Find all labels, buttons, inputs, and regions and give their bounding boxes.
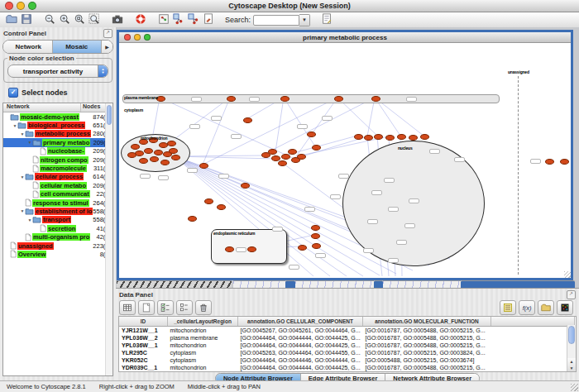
gene-node[interactable] (160, 160, 170, 165)
gene-node[interactable] (131, 144, 140, 150)
unselect-attributes-icon[interactable] (176, 300, 193, 315)
gene-node[interactable] (364, 135, 373, 141)
table-cell[interactable]: [GO:0016787, GO:0005488, GO:0005215, G..… (363, 364, 491, 371)
gene-node[interactable] (154, 150, 163, 155)
table-row[interactable]: YDR039C__1mitochondrion[GO:0044464, GO:0… (119, 364, 575, 371)
gene-node[interactable] (280, 96, 290, 102)
attribute-table-icon[interactable] (119, 300, 136, 315)
tree-row-primary-metabo[interactable]: ▼primary metabo209(... (3, 138, 112, 146)
attribute-list-icon[interactable] (500, 300, 516, 315)
tree-scrollbar[interactable] (105, 103, 112, 375)
select-nodes-checkbox[interactable]: ✓ (8, 88, 18, 98)
table-row[interactable]: YPL036W__1mitochondrion[GO:0044464, GO:0… (119, 342, 575, 349)
view-resize-grip[interactable] (564, 271, 571, 278)
table-cell[interactable]: YLR295C (119, 349, 168, 356)
table-header-annotation.GO MOLECULAR_FUNCTION[interactable]: annotation.GO MOLECULAR_FUNCTION (363, 317, 491, 327)
gene-node[interactable] (171, 155, 180, 160)
tree-row-secretion[interactable]: secretion41(0) (3, 224, 112, 232)
app-resize-grip[interactable] (571, 384, 578, 391)
tree-row-cellular-process[interactable]: ▼cellular process614(0) (3, 173, 112, 181)
table-row[interactable]: YJR121W__1mitochondrion[GO:0045267, GO:0… (119, 327, 575, 335)
table-cell[interactable]: [GO:0016787, GO:0005215, GO:0003824, G..… (363, 349, 491, 356)
table-cell[interactable]: YPL036W__2 (119, 334, 168, 342)
import-annotation-icon[interactable] (202, 12, 215, 26)
gene-node[interactable] (311, 225, 320, 231)
table-cell[interactable]: YPL036W__1 (119, 342, 168, 349)
table-cell[interactable]: [GO:0016787, GO:0005488, GO:0005215, G..… (363, 342, 491, 349)
help-icon[interactable] (134, 12, 147, 26)
gene-node[interactable] (225, 246, 234, 252)
open-session-icon[interactable] (5, 12, 18, 26)
table-cell[interactable]: YDR039C__1 (119, 364, 168, 371)
tree-row-response-to-stimul[interactable]: response to stimul264(0) (3, 198, 112, 207)
gene-node[interactable] (139, 158, 148, 164)
gene-node[interactable] (311, 233, 320, 239)
search-dropdown-button[interactable]: ▼ (299, 14, 310, 26)
table-cell[interactable]: [GO:0045263, GO:0044464, GO:0044455, G..… (238, 349, 363, 356)
tree-row-cellular-metabo[interactable]: cellular metabo209(0) (3, 181, 112, 189)
table-row[interactable]: YPL036W__2plasma membrane[GO:0044464, GO… (119, 334, 575, 342)
table-cell[interactable]: cytoplasm (168, 356, 238, 364)
table-cell[interactable]: YJR121W__1 (119, 327, 168, 335)
gene-node[interactable] (288, 149, 297, 155)
gene-node[interactable] (188, 216, 197, 222)
gene-node[interactable] (385, 135, 395, 141)
gene-node[interactable] (354, 134, 363, 140)
zoom-region-icon[interactable] (88, 12, 101, 26)
gene-node[interactable] (243, 117, 252, 123)
table-header-empty[interactable] (491, 317, 575, 327)
table-cell[interactable]: [GO:0044464, GO:0044444, GO:0044425, G..… (238, 342, 363, 349)
tree-row-biological-process[interactable]: ▼biological_process651(0) (3, 121, 112, 129)
cytopanel-icon[interactable] (157, 12, 170, 26)
tab-scroll-right-button[interactable]: ▶ (102, 41, 112, 53)
table-row[interactable]: YLR295Ccytoplasm[GO:0045263, GO:0044464,… (119, 349, 575, 356)
tab-network[interactable]: Network (3, 41, 53, 53)
snapshot-icon[interactable] (111, 12, 124, 26)
gene-node[interactable] (204, 198, 213, 204)
scrollbar-arrows[interactable]: ▲▼ (567, 358, 576, 371)
gene-node[interactable] (268, 149, 277, 155)
gene-node[interactable] (312, 243, 321, 249)
gene-node[interactable] (420, 134, 429, 140)
search-options-icon[interactable] (320, 12, 333, 26)
zoom-out-icon[interactable] (43, 12, 56, 26)
table-header-annotation.GO CELLULAR_COMPONENT[interactable]: annotation.GO CELLULAR_COMPONENT (238, 317, 363, 327)
gene-node[interactable] (227, 96, 236, 102)
gene-node[interactable] (169, 148, 178, 154)
gene-node[interactable] (217, 204, 226, 210)
gene-node[interactable] (397, 134, 406, 140)
tree-row-cell-communicat[interactable]: cell communicat22(0) (3, 190, 112, 198)
zoom-fit-icon[interactable] (73, 12, 86, 26)
table-cell[interactable]: plasma membrane (168, 334, 238, 342)
edge[interactable] (367, 98, 375, 136)
tree-row-overview[interactable]: Overview8(0) (3, 250, 112, 258)
table-cell[interactable] (491, 349, 575, 356)
gene-node[interactable] (199, 163, 208, 169)
gene-node[interactable] (298, 245, 307, 251)
gene-node[interactable] (241, 183, 250, 189)
table-cell[interactable]: [GO:0016787, GO:0005488, GO:0005215, G..… (363, 327, 491, 335)
tree-row-multi-organism-pro[interactable]: multi-organism pro42(0) (3, 232, 112, 241)
zoom-in-icon[interactable] (58, 12, 71, 26)
gene-node[interactable] (278, 160, 287, 166)
float-panel-icon[interactable]: ↗ (103, 29, 112, 38)
table-header-_cellularLayoutRegion[interactable]: _cellularLayoutRegion (168, 317, 238, 327)
table-cell[interactable]: mitochondrion (168, 342, 238, 349)
gene-node[interactable] (374, 134, 383, 140)
table-cell[interactable]: [GO:0016787, GO:0005488, GO:0005215, G..… (363, 334, 491, 342)
gene-node[interactable] (150, 156, 159, 162)
tree-row-transport[interactable]: ▼transport558(0) (3, 216, 112, 224)
table-header-ID[interactable]: ID (119, 317, 168, 327)
table-cell[interactable]: cytoplasm (168, 349, 238, 356)
table-cell[interactable] (491, 356, 575, 364)
gene-node[interactable] (312, 145, 321, 151)
tree-row-mosaic-demo-yeast[interactable]: mosaic-demo-yeast874(0) (3, 112, 112, 121)
gene-node[interactable] (409, 135, 418, 141)
create-attribute-icon[interactable] (138, 300, 155, 315)
gene-node[interactable] (281, 154, 290, 160)
table-cell[interactable] (491, 342, 575, 349)
table-cell[interactable]: [GO:0045267, GO:0045261, GO:0044464, G..… (238, 327, 363, 335)
delete-attribute-icon[interactable] (195, 300, 212, 315)
function-builder-icon[interactable]: f(x) (519, 300, 535, 315)
edge[interactable] (152, 98, 160, 139)
